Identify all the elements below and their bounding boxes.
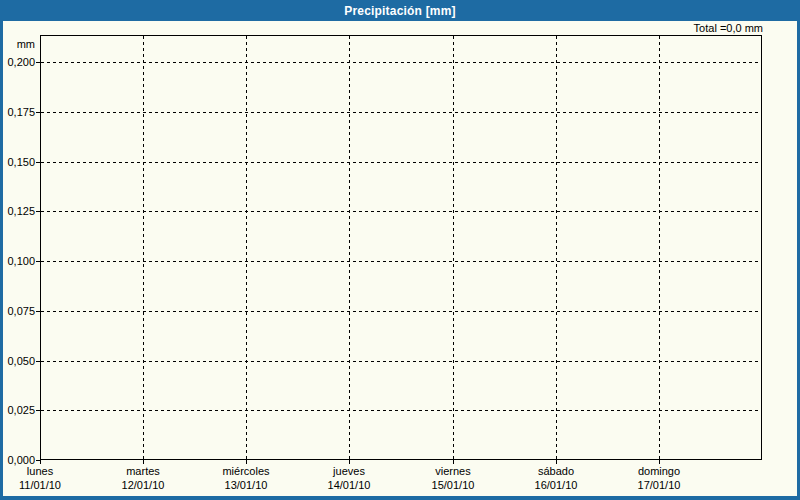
x-day-label: miércoles (186, 465, 306, 478)
x-tick (246, 460, 247, 464)
h-gridline (41, 311, 761, 312)
y-tick-label: 0,150 (0, 155, 35, 169)
y-tick-label: 0,125 (0, 204, 35, 218)
y-tick (36, 211, 40, 212)
x-date-label: 13/01/10 (186, 479, 306, 492)
x-day-label: martes (83, 465, 203, 478)
y-tick-label: 0,025 (0, 403, 35, 417)
y-tick (36, 162, 40, 163)
x-day-label: jueves (289, 465, 409, 478)
chart-window: Precipitación [mm] Total =0,0 mm mm 0,00… (0, 0, 800, 500)
x-day-label: viernes (393, 465, 513, 478)
x-date-label: 12/01/10 (83, 479, 203, 492)
h-gridline (41, 211, 761, 212)
x-tick (453, 460, 454, 464)
grid-and-labels: 0,0000,0250,0500,0750,1000,1250,1500,175… (0, 0, 800, 500)
h-gridline (41, 62, 761, 63)
v-gridline (246, 36, 247, 459)
x-tick (349, 460, 350, 464)
h-gridline (41, 112, 761, 113)
h-gridline (41, 261, 761, 262)
x-day-label: domingo (599, 465, 719, 478)
y-axis-unit-label: mm (0, 38, 35, 51)
y-tick (36, 361, 40, 362)
h-gridline (41, 361, 761, 362)
y-tick-label: 0,050 (0, 354, 35, 368)
y-tick (36, 261, 40, 262)
x-day-label: sábado (496, 465, 616, 478)
y-tick-label: 0,075 (0, 304, 35, 318)
y-tick-label: 0,175 (0, 105, 35, 119)
y-tick-label: 0,100 (0, 254, 35, 268)
x-tick (40, 460, 41, 464)
x-date-label: 16/01/10 (496, 479, 616, 492)
y-tick (36, 311, 40, 312)
x-tick (143, 460, 144, 464)
x-tick (659, 460, 660, 464)
x-date-label: 17/01/10 (599, 479, 719, 492)
x-date-label: 14/01/10 (289, 479, 409, 492)
y-tick (36, 410, 40, 411)
v-gridline (659, 36, 660, 459)
total-annotation: Total =0,0 mm (694, 22, 763, 35)
v-gridline (453, 36, 454, 459)
y-tick (36, 112, 40, 113)
v-gridline (349, 36, 350, 459)
h-gridline (41, 410, 761, 411)
x-date-label: 15/01/10 (393, 479, 513, 492)
h-gridline (41, 162, 761, 163)
v-gridline (143, 36, 144, 459)
y-tick (36, 62, 40, 63)
y-tick-label: 0,200 (0, 55, 35, 69)
v-gridline (556, 36, 557, 459)
x-tick (556, 460, 557, 464)
